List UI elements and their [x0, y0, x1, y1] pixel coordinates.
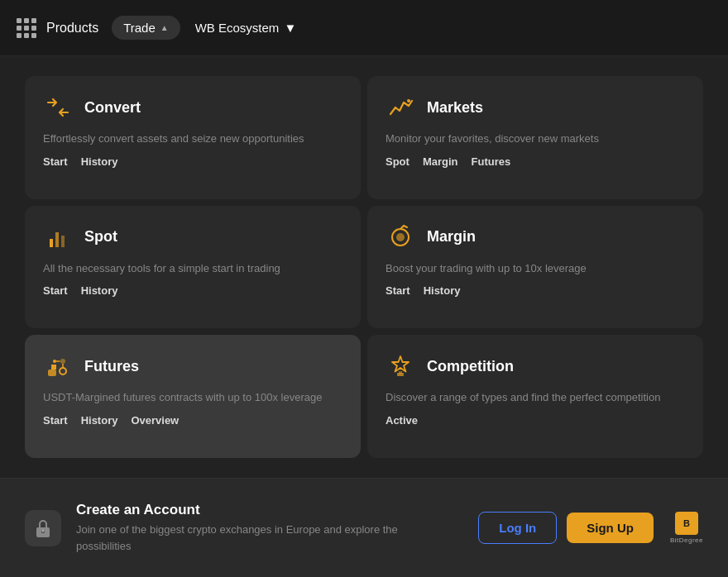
margin-desc: Boost your trading with up to 10x levera… — [386, 260, 685, 277]
footer-bar: Create an Account Join one of the bigges… — [0, 478, 728, 577]
wb-chevron-icon: ▼ — [284, 21, 296, 35]
futures-title: Futures — [84, 358, 139, 375]
markets-spot-link[interactable]: Spot — [386, 155, 410, 168]
menu-card-futures[interactable]: Futures USDT-Margined futures contracts … — [25, 335, 361, 458]
trade-menu[interactable]: Trade ▲ — [112, 16, 180, 40]
markets-futures-link[interactable]: Futures — [472, 155, 511, 168]
trade-label: Trade — [123, 21, 156, 35]
margin-history-link[interactable]: History — [424, 284, 461, 297]
wb-ecosystem-menu[interactable]: WB Ecosystem ▼ — [187, 16, 305, 40]
futures-header: Futures — [43, 351, 342, 381]
markets-icon — [386, 93, 415, 122]
margin-header: Margin — [386, 222, 685, 252]
svg-point-10 — [60, 368, 66, 374]
spot-title: Spot — [84, 228, 117, 246]
trade-chevron-icon: ▲ — [160, 23, 169, 32]
svg-point-0 — [407, 99, 410, 103]
menu-card-markets[interactable]: Markets Monitor your favorites, discover… — [367, 76, 703, 199]
svg-rect-8 — [48, 370, 56, 376]
lock-icon — [25, 510, 61, 546]
markets-title: Markets — [427, 99, 483, 117]
competition-header: Competition — [386, 351, 685, 381]
futures-links: Start History Overview — [43, 414, 342, 427]
menu-grid: Convert Effortlessly convert assets and … — [0, 56, 728, 478]
markets-desc: Monitor your favorites, discover new mar… — [386, 131, 685, 147]
footer-buttons: Log In Sign Up B BitDegree — [478, 512, 703, 544]
margin-links: Start History — [386, 284, 685, 297]
competition-title: Competition — [427, 358, 514, 375]
convert-links: Start History — [43, 155, 342, 168]
svg-point-14 — [53, 360, 56, 363]
svg-line-7 — [404, 226, 407, 227]
menu-card-competition[interactable]: Competition Discover a range of types an… — [367, 335, 703, 458]
margin-title: Margin — [427, 228, 476, 246]
svg-rect-2 — [55, 232, 59, 247]
spot-icon — [43, 222, 73, 252]
svg-point-11 — [60, 359, 65, 364]
markets-links: Spot Margin Futures — [386, 155, 685, 168]
competition-desc: Discover a range of types and find the p… — [386, 389, 685, 406]
spot-links: Start History — [43, 284, 342, 297]
footer-left: Create an Account Join one of the bigges… — [25, 502, 424, 554]
futures-history-link[interactable]: History — [81, 414, 118, 427]
margin-icon — [386, 222, 415, 252]
bitdegree-logo: B — [675, 512, 698, 535]
competition-icon — [386, 351, 415, 381]
menu-card-margin[interactable]: Margin Boost your trading with up to 10x… — [367, 206, 703, 329]
menu-card-spot[interactable]: Spot All the necessary tools for a simpl… — [25, 206, 361, 329]
footer-text: Create an Account Join one of the bigges… — [76, 502, 424, 554]
markets-header: Markets — [386, 93, 685, 122]
menu-card-convert[interactable]: Convert Effortlessly convert assets and … — [25, 76, 361, 199]
margin-start-link[interactable]: Start — [386, 284, 410, 297]
futures-overview-link[interactable]: Overview — [131, 414, 179, 427]
svg-point-19 — [42, 529, 45, 532]
convert-desc: Effortlessly convert assets and seize ne… — [43, 131, 342, 147]
bitdegree-badge: B BitDegree — [670, 512, 703, 544]
svg-rect-9 — [51, 365, 56, 370]
spot-header: Spot — [43, 222, 342, 252]
footer-title: Create an Account — [76, 502, 424, 518]
competition-active-link[interactable]: Active — [386, 414, 418, 427]
footer-desc: Join one of the biggest crypto exchanges… — [76, 522, 424, 554]
svg-rect-1 — [50, 239, 53, 247]
markets-margin-link[interactable]: Margin — [423, 155, 458, 168]
convert-title: Convert — [84, 99, 141, 117]
futures-icon — [43, 351, 73, 381]
login-button[interactable]: Log In — [478, 512, 557, 544]
futures-desc: USDT-Margined futures contracts with up … — [43, 389, 342, 406]
grid-icon — [17, 18, 36, 38]
convert-start-link[interactable]: Start — [43, 155, 68, 168]
convert-icon — [43, 93, 73, 122]
svg-point-5 — [396, 233, 405, 241]
products-label: Products — [46, 21, 98, 36]
svg-rect-3 — [61, 236, 65, 247]
bitdegree-text: BitDegree — [670, 536, 703, 544]
spot-history-link[interactable]: History — [81, 284, 118, 297]
signup-button[interactable]: Sign Up — [567, 513, 654, 543]
spot-start-link[interactable]: Start — [43, 284, 68, 297]
wb-ecosystem-label: WB Ecosystem — [195, 21, 280, 35]
futures-start-link[interactable]: Start — [43, 414, 68, 427]
convert-history-link[interactable]: History — [81, 155, 118, 168]
competition-links: Active — [386, 414, 685, 427]
spot-desc: All the necessary tools for a simple sta… — [43, 260, 342, 277]
svg-rect-16 — [399, 371, 402, 374]
navbar: Products Trade ▲ WB Ecosystem ▼ — [0, 0, 728, 56]
convert-header: Convert — [43, 93, 342, 122]
